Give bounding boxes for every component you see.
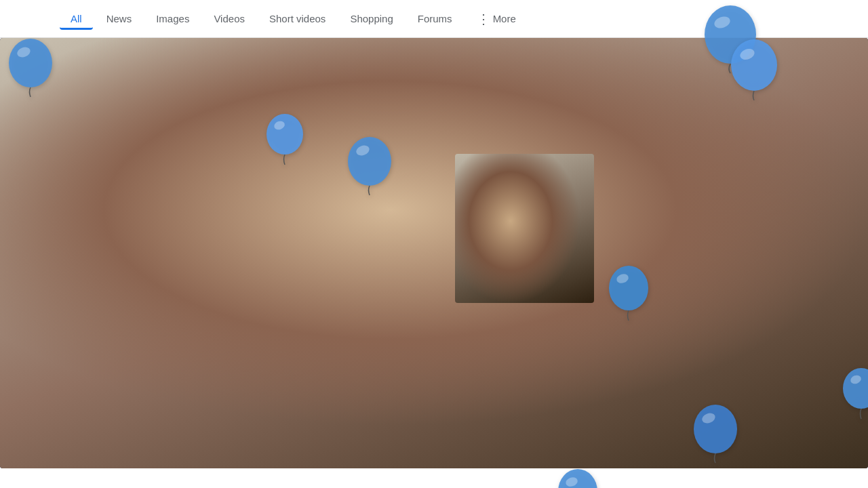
more-dots-icon: ⋮ [477, 11, 490, 27]
tab-all[interactable]: All [60, 7, 93, 30]
media-grid: Severance Sevence Apple TV+ Soundtracks … [60, 154, 840, 455]
svg-point-18 [558, 469, 597, 488]
tab-short-videos[interactable]: Short videos [258, 7, 336, 30]
search-nav: All News Images Videos Short videos Shop… [0, 0, 868, 38]
tab-shopping[interactable]: Shopping [339, 7, 403, 30]
svg-point-19 [564, 476, 578, 488]
media-image-3[interactable] [0, 38, 868, 468]
tab-images[interactable]: Images [145, 7, 200, 30]
tab-videos[interactable]: Videos [203, 7, 256, 30]
knowledge-panel: Severance 2022 · Thriller · 2 seasons ⋮ … [0, 38, 868, 468]
balloon-9 [556, 468, 600, 488]
tab-news[interactable]: News [96, 7, 143, 30]
tab-more[interactable]: ⋮ More [466, 5, 527, 33]
tab-forums[interactable]: Forums [407, 7, 463, 30]
media-image-4[interactable] [455, 154, 594, 303]
